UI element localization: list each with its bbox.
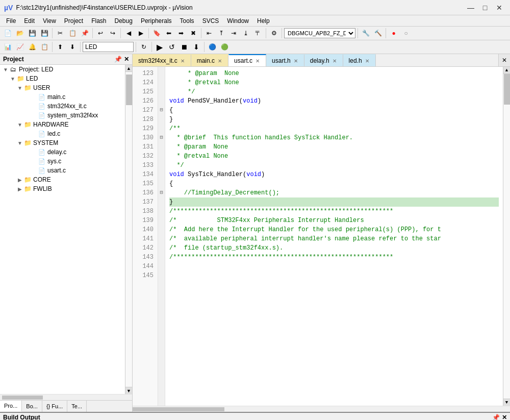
- tb-undo[interactable]: ↩: [95, 28, 106, 39]
- tree-core-folder[interactable]: ▶ CORE: [0, 175, 125, 184]
- tab-scroll-btn[interactable]: ✕: [498, 54, 510, 66]
- tree-stm32it[interactable]: stm32f4xx_it.c: [0, 102, 125, 111]
- tab-delayh[interactable]: delay.h ✕: [304, 54, 343, 66]
- editor-scroll-down[interactable]: ▼: [503, 399, 511, 406]
- tb-btn1[interactable]: ⇤: [203, 28, 215, 39]
- menu-project[interactable]: Project: [60, 16, 87, 26]
- tree-mainc[interactable]: main.c: [0, 92, 125, 102]
- tb2-btn7[interactable]: ↻: [138, 41, 149, 53]
- tb-stop[interactable]: ○: [400, 28, 412, 39]
- tree-project-root[interactable]: ▼ 🗂 Project: LED: [0, 65, 125, 74]
- tree-system[interactable]: system_stm32f4xx: [0, 111, 125, 120]
- sidebar-close[interactable]: ✕: [124, 56, 129, 63]
- toggle12[interactable]: ▶: [16, 176, 23, 183]
- maximize-button[interactable]: □: [478, 3, 492, 13]
- sidebar-scroll-thumb[interactable]: [126, 75, 132, 105]
- sidebar-scroll-down[interactable]: ▼: [125, 387, 133, 394]
- tb-btn2[interactable]: ⤒: [216, 28, 227, 39]
- toggle6[interactable]: ▼: [16, 121, 23, 128]
- tb2-btn9[interactable]: 🟢: [219, 41, 230, 53]
- tab-stm32it-close[interactable]: ✕: [180, 58, 186, 64]
- tb2-rebuild[interactable]: ↺: [166, 41, 177, 53]
- tree-sysc[interactable]: sys.c: [0, 157, 125, 166]
- tab-usartc[interactable]: usart.c ✕: [228, 54, 266, 66]
- menu-help[interactable]: Help: [253, 16, 274, 26]
- tb-dbg2[interactable]: 🔨: [372, 28, 384, 39]
- tab-usartc-close[interactable]: ✕: [254, 58, 261, 64]
- menu-peripherals[interactable]: Peripherals: [137, 16, 176, 26]
- tb-clear-bookmarks[interactable]: ✖: [188, 28, 199, 39]
- tree-led-folder[interactable]: ▼ LED: [0, 74, 125, 83]
- sidebar-pin[interactable]: 📌: [114, 56, 122, 63]
- tb2-btn6[interactable]: ⬇: [67, 41, 78, 53]
- tb-btn5[interactable]: 〒: [252, 28, 264, 39]
- tb-btn3[interactable]: ⇥: [228, 28, 239, 39]
- tb-bookmark[interactable]: 🔖: [151, 28, 162, 39]
- tree-user-folder[interactable]: ▼ USER: [0, 83, 125, 92]
- sidebar-scroll-up[interactable]: ▲: [125, 65, 133, 72]
- fold-indicator[interactable]: ⊟: [158, 106, 165, 115]
- menu-tools[interactable]: Tools: [176, 16, 198, 26]
- tb-dbg1[interactable]: 🔧: [360, 28, 371, 39]
- tb-open[interactable]: 📂: [14, 28, 26, 39]
- tb2-download[interactable]: ⬇: [191, 41, 202, 53]
- tb2-btn5[interactable]: ⬆: [55, 41, 66, 53]
- tab-ledh-close[interactable]: ✕: [364, 58, 370, 64]
- tree-delayc[interactable]: delay.c: [0, 147, 125, 157]
- tb2-btn4[interactable]: 📋: [39, 41, 50, 53]
- menu-flash[interactable]: Flash: [87, 16, 110, 26]
- tb-saveall[interactable]: 💾: [39, 28, 50, 39]
- tb2-build[interactable]: ▶: [154, 41, 165, 53]
- tb2-btn1[interactable]: 📊: [2, 41, 13, 53]
- tb-prev-bookmark[interactable]: ⬅: [163, 28, 174, 39]
- tab-stm32it[interactable]: stm32f4xx_it.c ✕: [133, 54, 191, 66]
- tab-delayh-close[interactable]: ✕: [332, 58, 338, 64]
- tb2-btn2[interactable]: 📈: [14, 41, 26, 53]
- code-content[interactable]: * @param None * @retval None */void Pend…: [165, 67, 503, 406]
- tb-btn4[interactable]: ⤓: [240, 28, 251, 39]
- toggle8[interactable]: ▼: [16, 139, 23, 146]
- tree-hardware-folder[interactable]: ▼ HARDWARE: [0, 120, 125, 129]
- tb-run[interactable]: ●: [388, 28, 399, 39]
- tree-usartc[interactable]: usart.c: [0, 166, 125, 175]
- tab-usarth[interactable]: usart.h ✕: [266, 54, 304, 66]
- tb-nav-back[interactable]: ◀: [123, 28, 134, 39]
- sidebar-tab-functions[interactable]: {} Fu...: [42, 401, 67, 412]
- menu-window[interactable]: Window: [223, 16, 253, 26]
- tb-new[interactable]: 📄: [2, 28, 13, 39]
- tb-manage[interactable]: ⚙: [268, 28, 279, 39]
- tb-nav-fwd[interactable]: ▶: [135, 28, 146, 39]
- menu-svcs[interactable]: SVCS: [198, 16, 223, 26]
- menu-debug[interactable]: Debug: [111, 16, 137, 26]
- tb-paste[interactable]: 📌: [79, 28, 90, 39]
- tb2-stop[interactable]: ⏹: [178, 41, 190, 53]
- menu-file[interactable]: File: [2, 16, 20, 26]
- tree-ledc[interactable]: led.c: [0, 129, 125, 138]
- tb-save[interactable]: 💾: [27, 28, 38, 39]
- tab-usarth-close[interactable]: ✕: [293, 58, 299, 64]
- menu-view[interactable]: View: [39, 16, 60, 26]
- tb2-btn3[interactable]: 🔔: [27, 41, 38, 53]
- tab-mainc[interactable]: main.c ✕: [191, 54, 228, 66]
- fold-indicator[interactable]: ⊟: [158, 133, 165, 142]
- editor-scroll-up[interactable]: ▲: [503, 67, 511, 74]
- tree-fwlib-folder[interactable]: ▶ FWLIB: [0, 184, 125, 193]
- fold-indicator[interactable]: ⊟: [158, 188, 165, 197]
- tab-ledh[interactable]: led.h ✕: [343, 54, 376, 66]
- minimize-button[interactable]: —: [464, 3, 477, 13]
- sidebar-tab-books[interactable]: Bo...: [22, 401, 42, 412]
- tab-mainc-close[interactable]: ✕: [217, 58, 223, 64]
- toggle2[interactable]: ▼: [16, 84, 23, 91]
- editor-hscroll-thumb[interactable]: [133, 407, 224, 411]
- tree-system-folder[interactable]: ▼ SYSTEM: [0, 138, 125, 147]
- tb-copy[interactable]: 📋: [67, 28, 78, 39]
- toggle1[interactable]: ▼: [9, 75, 16, 82]
- close-button[interactable]: ✕: [493, 3, 506, 13]
- toggle0[interactable]: ▼: [2, 66, 9, 73]
- editor-scroll-thumb[interactable]: [504, 74, 510, 105]
- tb2-btn8[interactable]: 🔵: [207, 41, 218, 53]
- sidebar-tab-project[interactable]: Pro...: [0, 401, 22, 412]
- tb-next-bookmark[interactable]: ➡: [175, 28, 187, 39]
- tb-redo[interactable]: ↪: [107, 28, 118, 39]
- toggle13[interactable]: ▶: [16, 185, 23, 192]
